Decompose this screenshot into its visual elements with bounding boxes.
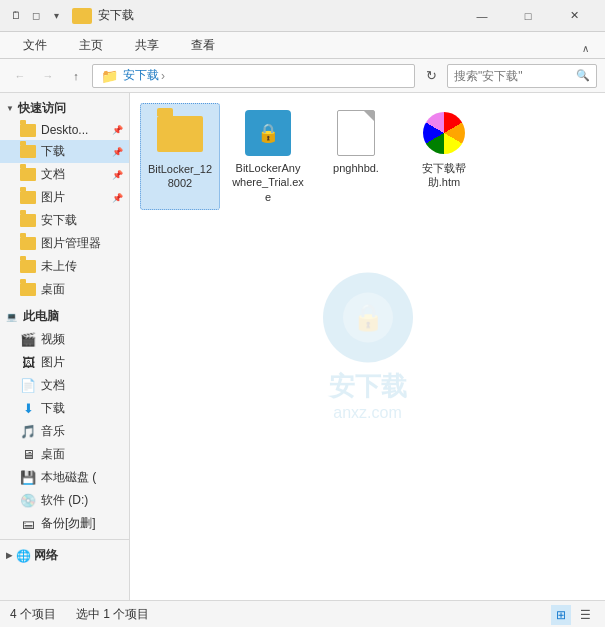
status-bar-right: ⊞ ☰	[551, 605, 595, 625]
file-item-bitlocker-exe[interactable]: 🔒 BitLockerAnywhere_Trial.exe	[228, 103, 308, 210]
file-icon-pnghhbd	[332, 109, 380, 157]
network-icon: 🌐	[16, 549, 31, 563]
folder-icon	[20, 214, 36, 228]
tab-home[interactable]: 主页	[64, 32, 118, 58]
window-controls: — □ ✕	[459, 0, 597, 32]
file-icon-exe: 🔒	[244, 109, 292, 157]
sidebar-item-azxz[interactable]: 安下载	[0, 209, 129, 232]
sidebar-label-software: 软件 (D:)	[41, 492, 88, 509]
search-input[interactable]	[454, 69, 576, 83]
network-header[interactable]: ▶ 🌐 网络	[0, 544, 129, 567]
sidebar-label-localdisk: 本地磁盘 (	[41, 469, 96, 486]
sidebar-item-desktop[interactable]: Deskto... 📌	[0, 120, 129, 140]
sidebar-label-docs: 文档	[41, 377, 65, 394]
pin-icon-downloads: 📌	[112, 147, 123, 157]
maximize-button[interactable]: □	[505, 0, 551, 32]
watermark: 🔒 安下载 anxz.com	[323, 272, 413, 421]
close-button[interactable]: ✕	[551, 0, 597, 32]
quick-access-arrow: ▼	[6, 104, 14, 113]
folder-video-icon: 🎬	[20, 333, 36, 347]
sidebar-item-backup[interactable]: 🖴 备份[勿删]	[0, 512, 129, 535]
view-list-button[interactable]: ☰	[575, 605, 595, 625]
sidebar-label-downloads: 下载	[41, 143, 65, 160]
sidebar-item-docs[interactable]: 📄 文档	[0, 374, 129, 397]
tab-share[interactable]: 共享	[120, 32, 174, 58]
sidebar-item-pics[interactable]: 🖼 图片	[0, 351, 129, 374]
back-button[interactable]: ←	[8, 64, 32, 88]
watermark-subtext: anxz.com	[333, 403, 401, 421]
sidebar-label-desktop: Deskto...	[41, 123, 88, 137]
status-bar: 4 个项目 选中 1 个项目 ⊞ ☰	[0, 600, 605, 627]
file-label-pnghhbd: pnghhbd.	[333, 161, 379, 175]
this-pc-header[interactable]: 💻 此电脑	[0, 305, 129, 328]
sidebar-label-desktopp: 桌面	[41, 446, 65, 463]
sidebar-item-documents[interactable]: 文档 📌	[0, 163, 129, 186]
sidebar-item-desktop2[interactable]: 桌面	[0, 278, 129, 301]
path-separator: ›	[161, 69, 165, 83]
sidebar-label-video: 视频	[41, 331, 65, 348]
folder-docs-icon: 📄	[20, 379, 36, 393]
folder-breadcrumb-icon: 📁	[101, 68, 118, 84]
sidebar-divider	[0, 539, 129, 540]
file-icon-folder	[156, 110, 204, 158]
folder-icon	[20, 237, 36, 251]
address-path[interactable]: 📁 安下载 ›	[92, 64, 415, 88]
file-label-bitlocker-exe: BitLockerAnywhere_Trial.exe	[232, 161, 304, 204]
folder-icon-title	[72, 8, 92, 24]
tab-file[interactable]: 文件	[8, 32, 62, 58]
save-icon: 🗒	[8, 8, 24, 24]
view-grid-button[interactable]: ⊞	[551, 605, 571, 625]
folder-icon	[20, 145, 36, 159]
file-label-help-htm: 安下载帮助.htm	[408, 161, 480, 190]
file-grid: BitLocker_128002 🔒 BitLockerAnywhere_Tri…	[130, 93, 605, 220]
sidebar-item-pictures[interactable]: 图片 📌	[0, 186, 129, 209]
sidebar-item-upload[interactable]: 未上传	[0, 255, 129, 278]
file-area: 🔒 安下载 anxz.com BitLocker_128002 🔒 BitLoc…	[130, 93, 605, 600]
file-item-bitlocker-folder[interactable]: BitLocker_128002	[140, 103, 220, 210]
title-bar: 🗒 ◻ ▾ 安下载 — □ ✕	[0, 0, 605, 32]
title-bar-text: 安下载	[98, 7, 459, 24]
sidebar-label-dl: 下载	[41, 400, 65, 417]
sidebar-label-pictures: 图片	[41, 189, 65, 206]
sidebar-item-music[interactable]: 🎵 音乐	[0, 420, 129, 443]
sidebar-item-software[interactable]: 💿 软件 (D:)	[0, 489, 129, 512]
file-label-bitlocker-folder: BitLocker_128002	[145, 162, 215, 191]
disk-soft-icon: 💿	[20, 494, 36, 508]
title-bar-icons: 🗒 ◻ ▾	[8, 8, 64, 24]
ribbon-collapse-button[interactable]: ∧	[574, 39, 597, 58]
sidebar-item-dl[interactable]: ⬇ 下载	[0, 397, 129, 420]
search-icon[interactable]: 🔍	[576, 69, 590, 82]
sidebar-item-desktopp[interactable]: 🖥 桌面	[0, 443, 129, 466]
localdisk-icon: 💾	[20, 471, 36, 485]
tab-view[interactable]: 查看	[176, 32, 230, 58]
forward-button[interactable]: →	[36, 64, 60, 88]
folder-icon	[20, 260, 36, 274]
sidebar-label-pics: 图片	[41, 354, 65, 371]
search-box: 🔍	[447, 64, 597, 88]
sidebar-label-azxz: 安下载	[41, 212, 77, 229]
sidebar-item-downloads[interactable]: 下载 📌	[0, 140, 129, 163]
refresh-button[interactable]: ↻	[419, 64, 443, 88]
quick-access-header[interactable]: ▼ 快速访问	[0, 97, 129, 120]
network-label: 网络	[34, 547, 58, 564]
folder-icon	[20, 168, 36, 182]
sidebar-label-documents: 文档	[41, 166, 65, 183]
folder-icon	[20, 191, 36, 205]
sidebar: ▼ 快速访问 Deskto... 📌 下载 📌 文档 📌	[0, 93, 130, 600]
sidebar-item-picmgr[interactable]: 图片管理器	[0, 232, 129, 255]
disk-backup-icon: 🖴	[20, 517, 36, 531]
sidebar-item-localdisk[interactable]: 💾 本地磁盘 (	[0, 466, 129, 489]
sidebar-item-video[interactable]: 🎬 视频	[0, 328, 129, 351]
folder-icon	[20, 283, 36, 297]
address-bar: ← → ↑ 📁 安下载 › ↻ 🔍	[0, 59, 605, 93]
folder-desktop-icon: 🖥	[20, 448, 36, 462]
minimize-button[interactable]: —	[459, 0, 505, 32]
up-button[interactable]: ↑	[64, 64, 88, 88]
undo-icon: ◻	[28, 8, 44, 24]
sidebar-label-picmgr: 图片管理器	[41, 235, 101, 252]
file-item-pnghhbd[interactable]: pnghhbd.	[316, 103, 396, 210]
folder-icon	[20, 123, 36, 137]
file-item-help-htm[interactable]: 安下载帮助.htm	[404, 103, 484, 210]
network-arrow: ▶	[6, 551, 12, 560]
path-segment-downloads[interactable]: 安下载	[123, 67, 159, 84]
